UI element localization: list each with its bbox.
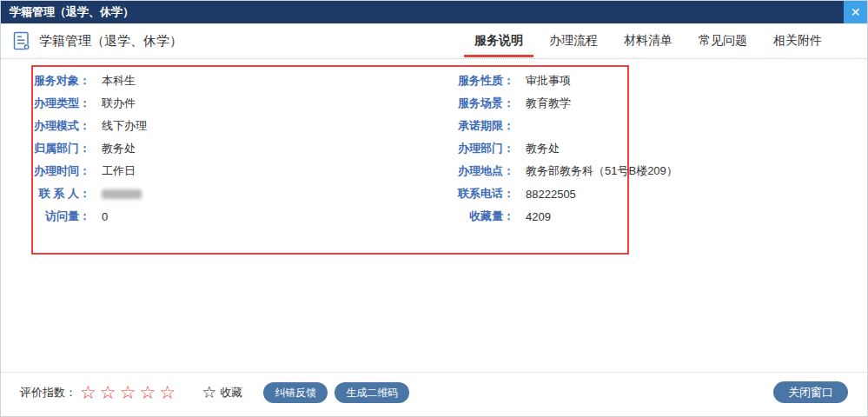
- row-promise-deadline: 承诺期限：: [330, 115, 627, 137]
- rating-star-icon[interactable]: ☆: [80, 383, 96, 401]
- tab-process-flow[interactable]: 办理流程: [549, 23, 598, 58]
- rating-stars: ☆ ☆ ☆ ☆ ☆: [80, 383, 179, 401]
- info-value: 教务处: [102, 141, 136, 156]
- info-label: 办理时间：: [33, 163, 90, 179]
- info-label: 服务场景：: [330, 96, 514, 111]
- service-info-box: 服务对象： 本科生 办理类型： 联办件 办理模式： 线下办理 归属部门： 教务处…: [31, 65, 629, 255]
- close-icon[interactable]: ✕: [844, 1, 867, 23]
- info-label: 办理地点：: [330, 163, 514, 179]
- tab-material-list[interactable]: 材料清单: [624, 23, 673, 58]
- tab-faq[interactable]: 常见问题: [699, 23, 747, 58]
- row-contact-phone: 联系电话： 88222505: [330, 182, 627, 205]
- info-column-left: 服务对象： 本科生 办理类型： 联办件 办理模式： 线下办理 归属部门： 教务处…: [33, 70, 330, 253]
- row-handle-location: 办理地点： 教务部教务科（51号B楼209）: [330, 160, 627, 182]
- info-label: 办理模式：: [33, 118, 90, 134]
- info-value: 工作日: [102, 163, 136, 179]
- row-service-nature: 服务性质： 审批事项: [330, 70, 627, 92]
- tab-attachments[interactable]: 相关附件: [773, 23, 822, 58]
- info-label: 服务对象：: [33, 73, 90, 89]
- info-value: 审批事项: [526, 73, 571, 89]
- favorite-label: 收藏: [220, 385, 242, 400]
- row-favorite-count: 收藏量： 4209: [330, 205, 627, 228]
- dialog-window: 学籍管理（退学、休学） ✕: [0, 0, 868, 417]
- info-label: 收藏量：: [330, 208, 514, 224]
- row-owning-department: 归属部门： 教务处: [33, 137, 330, 160]
- row-visit-count: 访问量： 0: [33, 205, 330, 228]
- info-value: 4209: [526, 210, 551, 223]
- document-gear-icon: [11, 30, 32, 51]
- favorite-button[interactable]: ☆ 收藏: [202, 384, 242, 400]
- titlebar-title: 学籍管理（退学、休学）: [10, 4, 134, 20]
- info-value: 教育教学: [526, 96, 571, 111]
- info-value: 88222505: [526, 188, 576, 201]
- info-label: 访问量：: [33, 208, 90, 224]
- info-label: 办理部门：: [330, 141, 514, 156]
- info-value: 教务处: [526, 141, 560, 156]
- info-value: 0: [102, 210, 108, 223]
- page-title: 学籍管理（退学、休学）: [39, 33, 182, 50]
- info-column-right: 服务性质： 审批事项 服务场景： 教育教学 承诺期限： 办理部门： 教务处 办理…: [330, 70, 627, 253]
- info-value: 教务部教务科（51号B楼209）: [526, 163, 678, 179]
- info-label: 归属部门：: [33, 141, 90, 156]
- row-service-target: 服务对象： 本科生: [33, 70, 330, 92]
- info-value: 联办件: [102, 96, 136, 111]
- close-window-button[interactable]: 关闭窗口: [773, 381, 848, 403]
- tab-bar: 服务说明 办理流程 材料清单 常见问题 相关附件: [448, 23, 822, 58]
- contact-person-redacted: [102, 189, 142, 199]
- info-label: 服务性质：: [330, 73, 514, 89]
- error-feedback-button[interactable]: 纠错反馈: [263, 382, 328, 403]
- row-service-scene: 服务场景： 教育教学: [330, 92, 627, 115]
- rating-star-icon[interactable]: ☆: [100, 383, 116, 401]
- content-area: 服务对象： 本科生 办理类型： 联办件 办理模式： 线下办理 归属部门： 教务处…: [1, 59, 867, 372]
- generate-qrcode-button[interactable]: 生成二维码: [335, 382, 409, 403]
- info-label: 联系电话：: [330, 186, 514, 202]
- rating-label: 评价指数：: [20, 385, 76, 400]
- info-label: 办理类型：: [33, 96, 90, 111]
- info-value: 线下办理: [102, 118, 147, 134]
- header: 学籍管理（退学、休学） 服务说明 办理流程 材料清单 常见问题 相关附件: [1, 23, 867, 59]
- row-contact-person: 联 系 人：: [33, 182, 330, 205]
- row-handle-type: 办理类型： 联办件: [33, 92, 330, 115]
- info-label: 联 系 人：: [33, 186, 90, 202]
- row-handle-time: 办理时间： 工作日: [33, 160, 330, 182]
- info-value: 本科生: [102, 73, 136, 89]
- tab-service-description[interactable]: 服务说明: [474, 23, 523, 58]
- titlebar: 学籍管理（退学、休学） ✕: [1, 1, 867, 23]
- row-handle-department: 办理部门： 教务处: [330, 137, 627, 160]
- rating-star-icon[interactable]: ☆: [159, 383, 176, 401]
- rating-star-icon[interactable]: ☆: [139, 383, 156, 401]
- rating-star-icon[interactable]: ☆: [120, 383, 136, 401]
- info-label: 承诺期限：: [330, 118, 514, 134]
- favorite-star-icon: ☆: [202, 384, 216, 400]
- footer-bar: 评价指数： ☆ ☆ ☆ ☆ ☆ ☆ 收藏 纠错反馈 生成二维码 关闭窗口: [1, 372, 867, 412]
- row-handle-mode: 办理模式： 线下办理: [33, 115, 330, 137]
